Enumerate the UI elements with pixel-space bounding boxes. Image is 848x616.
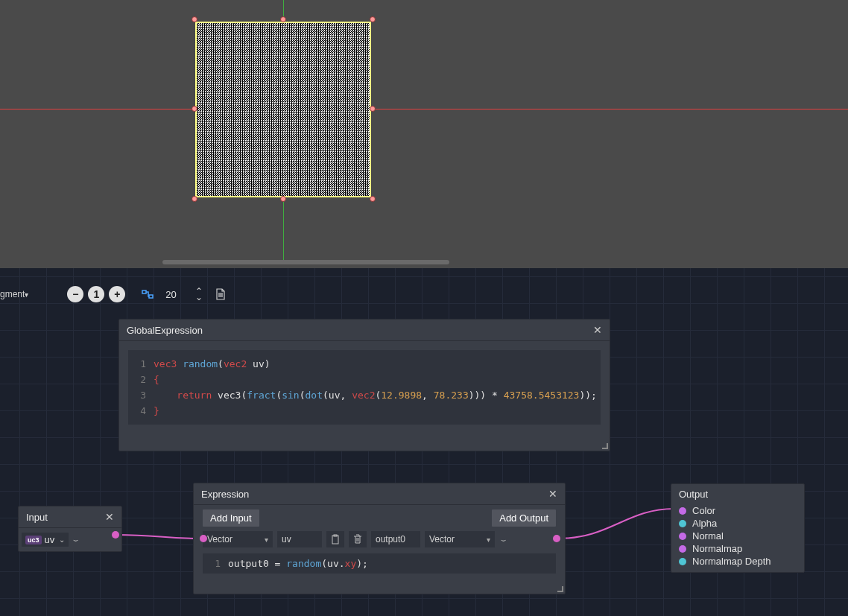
output-name-field[interactable] <box>371 531 420 547</box>
zoom-reset-button[interactable]: 1 <box>88 286 104 302</box>
axis-x <box>0 109 848 109</box>
close-icon[interactable]: ✕ <box>105 511 114 523</box>
node-global-expression[interactable]: GlobalExpression ✕ 1vec3 random(vec2 uv)… <box>118 319 610 451</box>
port-label: Normal <box>692 530 724 542</box>
selection-handle[interactable] <box>192 16 197 22</box>
node-title: Output <box>671 484 804 501</box>
node-title-text: Output <box>679 489 708 500</box>
add-output-button[interactable]: Add Output <box>492 509 556 527</box>
node-expression[interactable]: Expression ✕ Add Input Add Output Vector… <box>193 483 566 594</box>
node-output[interactable]: Output ColorAlphaNormalNormalmapNormalma… <box>671 483 805 573</box>
selection-handle[interactable] <box>280 16 286 22</box>
port-dot[interactable] <box>679 545 686 553</box>
port-dot[interactable] <box>679 507 686 515</box>
line-number: 2 <box>133 372 146 387</box>
code-line[interactable]: { <box>154 372 159 387</box>
add-input-button[interactable]: Add Input <box>203 509 259 527</box>
code-line[interactable]: vec3 random(vec2 uv) <box>154 356 270 372</box>
input-name-field[interactable] <box>277 531 322 547</box>
expand-icon[interactable]: ⌣ <box>72 535 80 544</box>
zoom-down[interactable]: ⌄ <box>195 294 203 300</box>
document-icon[interactable] <box>213 287 228 302</box>
node-title-text: GlobalExpression <box>127 325 203 336</box>
preview-rect[interactable] <box>195 22 371 197</box>
node-title[interactable]: Input ✕ <box>19 507 121 528</box>
selection-handle[interactable] <box>280 196 286 202</box>
resize-handle[interactable] <box>556 585 563 592</box>
node-title[interactable]: GlobalExpression ✕ <box>119 320 610 341</box>
zoom-level-spinbox[interactable]: 20 ⌃ ⌄ <box>159 288 209 300</box>
close-icon[interactable]: ✕ <box>593 324 602 336</box>
port-label: Normalmap <box>692 543 742 554</box>
zoom-in-button[interactable]: + <box>109 286 125 302</box>
port-label: Color <box>692 505 715 516</box>
code-line[interactable]: return vec3(fract(sin(dot(uv, vec2(12.98… <box>154 387 597 403</box>
nodes-icon[interactable] <box>140 287 155 302</box>
selection-handle[interactable] <box>192 196 197 202</box>
node-title-text: Input <box>26 512 48 523</box>
code-editor[interactable]: 1vec3 random(vec2 uv)2{3 return vec3(fra… <box>128 350 601 425</box>
field-name: uv <box>45 534 55 545</box>
graph-toolbar: gment − 1 + 20 ⌃ ⌄ <box>0 283 848 305</box>
chevron-down-icon: ⌄ <box>59 536 65 544</box>
line-number: 3 <box>133 387 146 403</box>
output-port-normalmap-depth[interactable]: Normalmap Depth <box>671 555 804 568</box>
port-input-out[interactable] <box>112 531 119 539</box>
selection-handle[interactable] <box>192 106 197 112</box>
port-dot[interactable] <box>679 520 686 527</box>
svg-rect-5 <box>332 536 338 544</box>
svg-rect-0 <box>142 290 146 293</box>
node-input[interactable]: Input ✕ uc3 uv ⌄ ⌣ <box>18 506 122 552</box>
code-line[interactable]: } <box>154 403 159 419</box>
port-label: Normalmap Depth <box>692 556 771 567</box>
clipboard-icon[interactable] <box>326 531 344 547</box>
line-number: 1 <box>133 356 146 372</box>
output-type-select[interactable]: Vector <box>425 531 495 547</box>
code-line[interactable]: output0 = random(uv.xy); <box>228 558 368 569</box>
line-number: 1 <box>207 558 221 569</box>
type-badge: uc3 <box>25 536 42 544</box>
port-dot[interactable] <box>679 558 686 565</box>
port-expr-in[interactable] <box>200 535 207 542</box>
selection-handle[interactable] <box>370 16 376 22</box>
port-dot[interactable] <box>679 533 686 540</box>
input-type-select[interactable]: Vector <box>203 531 273 547</box>
code-editor[interactable]: 1output0 = random(uv.xy); <box>203 553 556 574</box>
line-number: 4 <box>133 403 146 419</box>
node-title-text: Expression <box>201 489 249 500</box>
output-port-alpha[interactable]: Alpha <box>671 517 804 530</box>
zoom-value: 20 <box>165 289 188 300</box>
output-port-normalmap[interactable]: Normalmap <box>671 542 804 555</box>
trash-icon[interactable] <box>349 531 367 547</box>
selection-handle[interactable] <box>370 196 376 202</box>
resize-handle[interactable] <box>601 442 608 449</box>
close-icon[interactable]: ✕ <box>548 488 557 500</box>
viewport-hscroll[interactable] <box>162 260 449 264</box>
zoom-out-button[interactable]: − <box>67 286 83 302</box>
shader-stage-dropdown[interactable]: gment <box>0 285 31 303</box>
expand-icon[interactable]: ⌣ <box>499 535 507 544</box>
input-field-select[interactable]: uc3 uv ⌄ <box>22 533 69 547</box>
port-label: Alpha <box>692 518 717 529</box>
port-expr-out[interactable] <box>553 535 560 542</box>
selection-handle[interactable] <box>370 106 376 112</box>
output-port-normal[interactable]: Normal <box>671 530 804 542</box>
svg-rect-1 <box>149 295 153 298</box>
viewport-2d[interactable] <box>0 0 848 264</box>
output-port-color[interactable]: Color <box>671 504 804 517</box>
node-title[interactable]: Expression ✕ <box>194 483 565 505</box>
